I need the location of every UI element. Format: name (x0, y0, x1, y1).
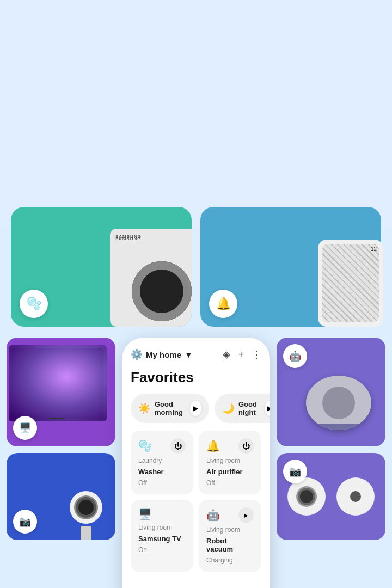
night-play-button[interactable]: ▶ (265, 401, 270, 416)
more-options-icon[interactable]: ⋮ (252, 348, 261, 360)
tv-tile-name: Samsung TV (138, 535, 186, 543)
tv-tile[interactable]: 🖥️ Living room Samsung TV On (131, 500, 193, 572)
tv-stand (49, 418, 65, 419)
camera-icon: 📷 (13, 510, 37, 534)
purifier-power-button[interactable]: ⏻ (238, 438, 254, 454)
hub-camera-icon: 📷 (283, 460, 307, 483)
top-background (0, 0, 392, 229)
tv-tile-room: Living room (138, 524, 186, 531)
samsung-label: SAMSUNG (115, 234, 142, 239)
add-icon[interactable]: + (238, 349, 244, 360)
purifier-icon: 🔔 (209, 290, 237, 318)
vacuum-tile-icon: 🤖 (206, 509, 220, 522)
washer-card[interactable]: 🫧 SAMSUNG (11, 207, 192, 327)
vacuum-tile-room: Living room (206, 526, 254, 534)
morning-text: Good morning (155, 400, 187, 416)
vacuum-tile-name: Robot vacuum (206, 537, 254, 553)
layer-icon[interactable]: ◈ (223, 348, 230, 360)
tv-card[interactable]: 🖥️ (7, 338, 115, 446)
tv-tile-header: 🖥️ (138, 507, 186, 520)
camera-device (64, 491, 108, 535)
washer-tile-icon: 🫧 (138, 439, 152, 452)
bottom-grid: 🖥️ 📷 ⚙️ My home ▼ ◈ + ⋮ (0, 338, 392, 588)
hub-hub-device (336, 477, 375, 516)
device-tiles-grid: 🫧 ⏻ Laundry Washer Off 🔔 ⏻ Living room A… (131, 431, 261, 572)
purifier-tile-header: 🔔 ⏻ (206, 438, 254, 454)
morning-label: ☀️ Good morning (138, 400, 187, 416)
phone-mockup: ⚙️ My home ▼ ◈ + ⋮ Favorites ☀️ Good mor… (122, 338, 270, 588)
vacuum-tile[interactable]: 🤖 ▶ Living room Robot vacuum Charging (199, 500, 261, 572)
tv-tile-icon: 🖥️ (138, 507, 152, 520)
vacuum-play-button[interactable]: ▶ (238, 507, 254, 523)
washer-tile-status: Off (138, 479, 186, 487)
sun-icon: ☀️ (138, 402, 150, 414)
tv-tile-status: On (138, 546, 186, 554)
purifier-device-image (318, 240, 383, 327)
purifier-card[interactable]: 🔔 (200, 207, 381, 327)
camera-card[interactable]: 📷 (7, 453, 115, 540)
good-night-routine[interactable]: 🌙 Good night ▶ (215, 394, 270, 423)
vacuum-tile-header: 🤖 ▶ (206, 507, 254, 523)
left-column: 🖥️ 📷 (7, 338, 115, 588)
purifier-tile-status: Off (206, 479, 254, 487)
home-name: My home (146, 350, 181, 359)
vacuum-tile-status: Charging (206, 556, 254, 564)
washer-icon: 🫧 (20, 290, 48, 318)
morning-play-button[interactable]: ▶ (190, 401, 201, 416)
washer-tile[interactable]: 🫧 ⏻ Laundry Washer Off (131, 431, 193, 494)
right-column: 🤖 📷 (277, 338, 385, 588)
vacuum-device-image (306, 376, 382, 441)
good-morning-routine[interactable]: ☀️ Good morning ▶ (131, 394, 209, 423)
moon-icon: 🌙 (222, 402, 234, 414)
purifier-tile[interactable]: 🔔 ⏻ Living room Air purifier Off (199, 431, 261, 494)
routines-row: ☀️ Good morning ▶ 🌙 Good night ▶ (131, 394, 261, 423)
washer-power-button[interactable]: ⏻ (170, 438, 186, 454)
phone-header: ⚙️ My home ▼ ◈ + ⋮ (131, 348, 261, 360)
washer-tile-room: Laundry (138, 457, 186, 464)
vacuum-card[interactable]: 🤖 (277, 338, 385, 446)
washer-device-image: SAMSUNG (110, 229, 192, 327)
home-selector[interactable]: ⚙️ My home ▼ (131, 348, 193, 360)
top-device-cards: 🫧 SAMSUNG 🔔 (0, 207, 392, 327)
home-dropdown-icon: ▼ (185, 350, 193, 359)
tv-icon: 🖥️ (13, 416, 37, 440)
washer-tile-header: 🫧 ⏻ (138, 438, 186, 454)
header-actions: ◈ + ⋮ (223, 348, 261, 360)
washer-tile-name: Washer (138, 468, 186, 476)
hub-card[interactable]: 📷 (277, 453, 385, 540)
purifier-tile-icon: 🔔 (206, 439, 220, 452)
home-settings-icon: ⚙️ (131, 348, 143, 360)
favorites-title: Favorites (131, 369, 261, 386)
tv-device (11, 348, 103, 419)
night-text: Good night (238, 400, 261, 416)
purifier-tile-name: Air purifier (206, 468, 254, 476)
purifier-tile-room: Living room (206, 457, 254, 464)
vacuum-icon: 🤖 (283, 344, 307, 368)
night-label: 🌙 Good night (222, 400, 261, 416)
